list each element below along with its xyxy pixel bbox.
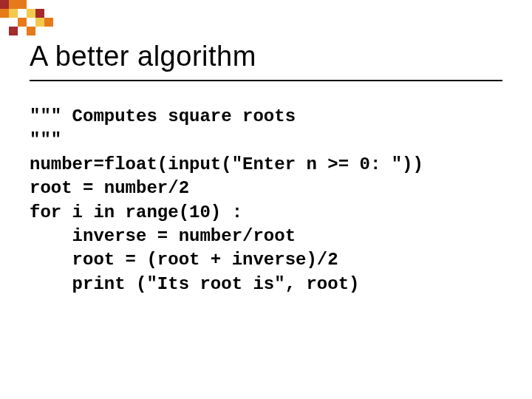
decoration-pixel (35, 18, 44, 27)
decoration-pixel (0, 0, 9, 9)
decoration-pixel (27, 9, 35, 18)
slide-title: A better algorithm (30, 41, 502, 72)
decoration-pixel (27, 27, 35, 35)
decoration-pixel (9, 27, 18, 35)
code-block: """ Computes square roots """ number=flo… (30, 105, 502, 296)
decoration-pixel (18, 18, 27, 27)
slide-body: A better algorithm """ Computes square r… (0, 0, 532, 296)
decoration-pixel (18, 0, 27, 9)
decoration-pixel (35, 9, 44, 18)
decoration-pixel (9, 9, 18, 18)
decoration-pixel (0, 9, 9, 18)
decoration-pixel (9, 0, 18, 9)
title-container: A better algorithm (30, 41, 502, 81)
corner-pixel-decoration (0, 0, 74, 37)
decoration-pixel (44, 18, 53, 27)
